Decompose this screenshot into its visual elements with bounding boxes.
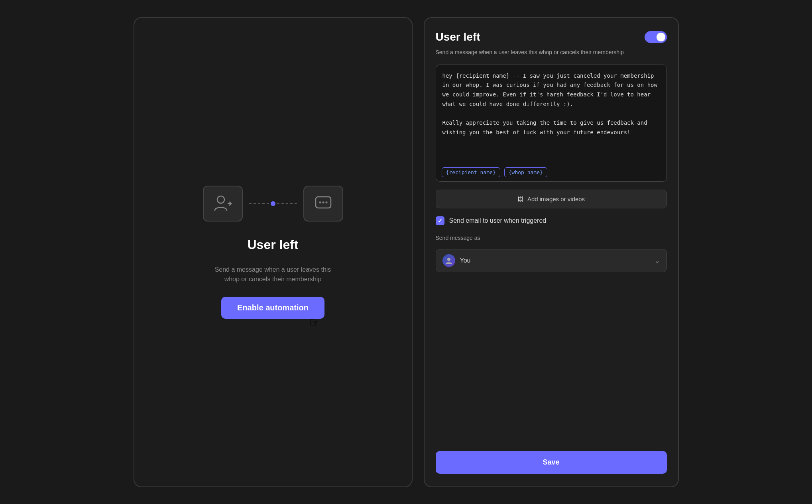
user-name: You [460, 257, 649, 264]
send-email-label: Send email to user when triggered [449, 217, 547, 224]
send-email-row: ✓ Send email to user when triggered [436, 216, 667, 225]
save-button[interactable]: Save [436, 451, 667, 474]
toggle-switch[interactable] [645, 31, 667, 43]
send-as-label: Send message as [436, 235, 667, 241]
left-title: User left [247, 237, 298, 252]
add-media-label: Add images or videos [527, 196, 585, 202]
user-dropdown[interactable]: You ⌄ [436, 249, 667, 272]
right-description: Send a message when a user leaves this w… [436, 48, 667, 57]
svg-point-4 [325, 201, 327, 203]
connector-dot [271, 201, 275, 206]
chat-icon [313, 194, 333, 214]
check-icon: ✓ [438, 218, 442, 224]
message-textarea[interactable] [436, 65, 667, 172]
add-media-button[interactable]: 🖼 Add images or videos [436, 190, 667, 208]
left-panel: User left Send a message when a user lea… [134, 17, 413, 487]
image-icon: 🖼 [517, 196, 523, 202]
left-subtitle: Send a message when a user leaves this w… [209, 265, 337, 284]
chevron-down-icon: ⌄ [654, 256, 660, 265]
connector [249, 201, 297, 206]
whop-name-tag[interactable]: {whop_name} [504, 167, 547, 177]
right-title: User left [436, 31, 480, 43]
user-leave-icon-box [203, 186, 243, 222]
svg-point-0 [217, 196, 224, 203]
dashed-line [249, 203, 269, 204]
svg-point-2 [319, 201, 321, 203]
svg-point-5 [447, 258, 450, 261]
recipient-name-tag[interactable]: {recipient_name} [442, 167, 500, 177]
user-avatar [442, 254, 455, 267]
diagram [203, 186, 343, 222]
send-email-checkbox[interactable]: ✓ [436, 216, 444, 225]
right-panel: User left Send a message when a user lea… [424, 17, 679, 487]
tags-row: {recipient_name} {whop_name} [436, 163, 667, 182]
right-header: User left [436, 31, 667, 43]
dashed-line-2 [277, 203, 297, 204]
user-leave-icon [213, 194, 233, 214]
cursor-icon: ☞ [309, 315, 320, 330]
chat-icon-box [303, 186, 343, 222]
svg-point-3 [322, 201, 324, 203]
message-area: {recipient_name} {whop_name} [436, 65, 667, 182]
